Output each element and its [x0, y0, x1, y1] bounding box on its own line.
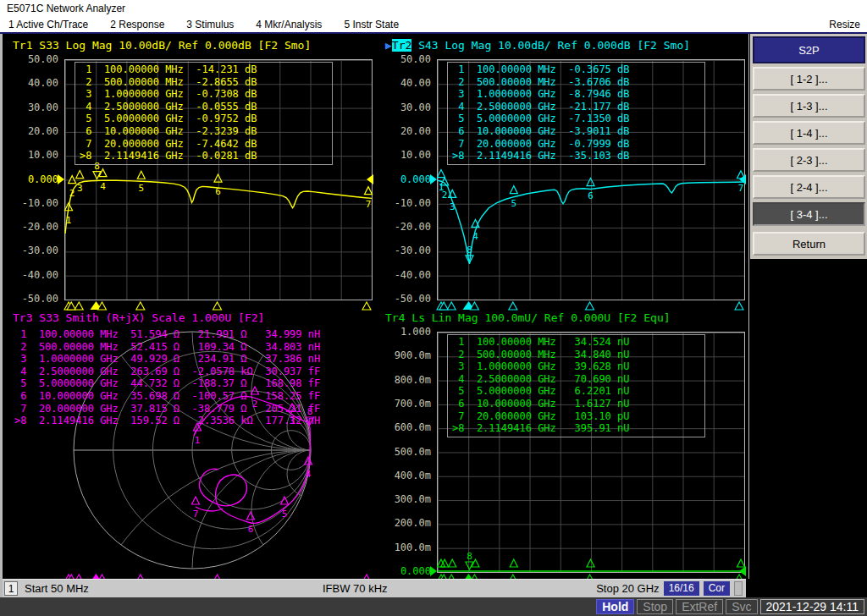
ref-level-arrow-left	[430, 566, 437, 576]
y-axis-label: -10.00	[375, 197, 431, 209]
softkey-1-3[interactable]: [ 1-3 ]...	[753, 94, 865, 118]
marker-triangle[interactable]	[214, 174, 222, 182]
trace-format-label: Ls Lin Mag 100.0mU/ Ref 0.000U [F2 Equ]	[405, 311, 670, 324]
y-axis-label: 100.0m	[375, 542, 431, 553]
marker-triangle[interactable]	[247, 512, 255, 520]
svc-indicator: Svc	[726, 599, 757, 614]
trace-name: Tr4	[385, 311, 405, 324]
marker-triangle[interactable]	[365, 187, 373, 195]
marker-label: 6	[215, 186, 221, 197]
marker-triangle[interactable]	[587, 559, 594, 567]
menu-item-4[interactable]: 4 Mkr/Analysis	[256, 17, 322, 32]
y-axis-label: 0.000	[3, 173, 58, 185]
marker-label: 5	[282, 509, 288, 520]
y-axis-label: 600.0m	[375, 421, 431, 433]
marker-table-tr1: 1 100.00000 MHz -14.231 dB 2 500.00000 M…	[75, 62, 333, 165]
ref-level-arrow-right	[367, 174, 373, 184]
trace-name: Tr1	[13, 39, 32, 52]
channel-badge: 1	[4, 581, 18, 596]
correction-badge: Cor	[704, 581, 730, 596]
marker-triangle[interactable]	[137, 171, 145, 179]
y-axis-label: 10.00	[375, 149, 431, 161]
return-button[interactable]: Return	[753, 232, 865, 256]
marker-label: 8	[467, 245, 472, 256]
y-axis-label: 400.0m	[375, 470, 431, 481]
marker-triangle[interactable]	[449, 559, 456, 567]
trace-panel-tr4[interactable]: Tr4 Ls Lin Mag 100.0mU/ Ref 0.000U [F2 E…	[375, 306, 748, 579]
menu-items: 1 Active Ch/Trace2 Response3 Stimulus4 M…	[8, 17, 399, 32]
softkey-1-4[interactable]: [ 1-4 ]...	[753, 121, 865, 145]
resize-label[interactable]: Resize	[829, 17, 860, 32]
marker-triangle[interactable]	[192, 497, 200, 504]
y-axis-label: -30.00	[3, 245, 58, 256]
y-axis-label: 0.000	[375, 565, 431, 577]
menu-item-1[interactable]: 1 Active Ch/Trace	[8, 17, 88, 32]
trace-format-label: S33 Log Mag 10.00dB/ Ref 0.000dB [F2 Smo…	[32, 39, 311, 52]
start-freq-label: Start 50 MHz	[25, 582, 89, 595]
instrument-taskbar: Hold Stop ExtRef Svc 2021-12-29 14:11	[0, 597, 867, 616]
ref-level-arrow-right	[739, 174, 746, 184]
marker-label: 7	[738, 183, 744, 194]
menu-item-5[interactable]: 5 Instr State	[344, 17, 399, 32]
ifbw-label: IFBW 70 kHz	[323, 582, 388, 595]
marker-triangle[interactable]	[69, 176, 76, 184]
hold-button[interactable]: Hold	[596, 599, 634, 614]
trace-panel-tr1[interactable]: Tr1 S33 Log Mag 10.00dB/ Ref 0.000dB [F2…	[3, 34, 375, 306]
y-axis-label: 700.0m	[375, 398, 431, 410]
marker-label: 4	[306, 469, 312, 480]
softkey-3-4[interactable]: [ 3-4 ]...	[753, 202, 865, 226]
y-axis-label: 10.00	[3, 149, 58, 161]
marker-triangle[interactable]	[438, 170, 445, 178]
marker-label: 5	[138, 183, 144, 194]
y-axis-label: 200.0m	[375, 517, 431, 529]
trace-panel-tr3[interactable]: Tr3 S33 Smith (R+jX) Scale 1.000U [F2]12…	[3, 306, 375, 579]
y-axis-label: 1.000	[375, 326, 431, 338]
trace-header-tr2[interactable]: ▶Tr2 S43 Log Mag 10.00dB/ Ref 0.000dB [F…	[385, 39, 690, 52]
menu-item-2[interactable]: 2 Response	[110, 17, 164, 32]
marker-label: 7	[193, 509, 199, 520]
marker-table-tr4: 1 100.00000 MHz 34.524 nU 2 500.00000 MH…	[447, 334, 705, 437]
softkey-2-3[interactable]: [ 2-3 ]...	[753, 148, 865, 172]
marker-label: 4	[472, 231, 478, 242]
trace-name: Tr3	[13, 311, 32, 324]
y-axis-label: 900.0m	[375, 349, 431, 361]
menu-item-3[interactable]: 3 Stimulus	[186, 17, 234, 32]
y-axis-label: -30.00	[375, 245, 431, 256]
marker-triangle[interactable]	[510, 186, 517, 194]
marker-label: 6	[248, 524, 254, 535]
trace-panel-tr2[interactable]: ▶Tr2 S43 Log Mag 10.00dB/ Ref 0.000dB [F…	[375, 34, 748, 306]
y-axis-label: 0.000	[375, 173, 431, 185]
marker-triangle[interactable]	[76, 171, 84, 179]
stop-indicator[interactable]: Stop	[637, 599, 673, 614]
y-axis-label: 30.00	[3, 102, 58, 113]
marker-label: 3	[450, 201, 456, 212]
trace-header-tr1[interactable]: Tr1 S33 Log Mag 10.00dB/ Ref 0.000dB [F2…	[13, 39, 311, 52]
softkey-2-4[interactable]: [ 2-4 ]...	[753, 175, 865, 199]
y-axis-label: 800.0m	[375, 374, 431, 386]
marker-triangle[interactable]	[510, 559, 517, 567]
window-title: E5071C Network Analyzer	[0, 0, 867, 17]
marker-triangle[interactable]	[587, 179, 594, 186]
trace-header-tr3[interactable]: Tr3 S33 Smith (R+jX) Scale 1.000U [F2]	[13, 311, 264, 325]
y-axis-label: 40.00	[375, 77, 431, 89]
ref-level-arrow-left	[430, 174, 437, 184]
y-axis-label: 20.00	[375, 125, 431, 137]
y-axis-label: 300.0m	[375, 493, 431, 505]
softkey-sidebar: S2P[ 1-2 ]...[ 1-3 ]...[ 1-4 ]...[ 2-3 ]…	[748, 34, 867, 579]
trace-header-tr4[interactable]: Tr4 Ls Lin Mag 100.0mU/ Ref 0.000U [F2 E…	[385, 311, 671, 325]
y-axis-label: -40.00	[375, 269, 431, 281]
marker-label: 1	[66, 215, 72, 226]
y-axis-label: 20.00	[3, 125, 58, 137]
softkey-1-2[interactable]: [ 1-2 ]...	[753, 67, 865, 91]
marker-label: 8	[467, 551, 472, 562]
extref-indicator: ExtRef	[676, 599, 723, 614]
y-axis-label: -50.00	[3, 293, 58, 305]
y-axis-label: -10.00	[3, 197, 58, 209]
y-axis-label: -20.00	[3, 221, 58, 233]
marker-label: 7	[366, 199, 372, 210]
ref-level-arrow-left	[58, 174, 64, 184]
points-badge: 16/16	[664, 581, 699, 596]
trace-format-label: S43 Log Mag 10.00dB/ Ref 0.000dB [F2 Smo…	[411, 39, 690, 52]
marker-label: 2	[442, 190, 448, 201]
marker-label: 3	[77, 183, 83, 194]
